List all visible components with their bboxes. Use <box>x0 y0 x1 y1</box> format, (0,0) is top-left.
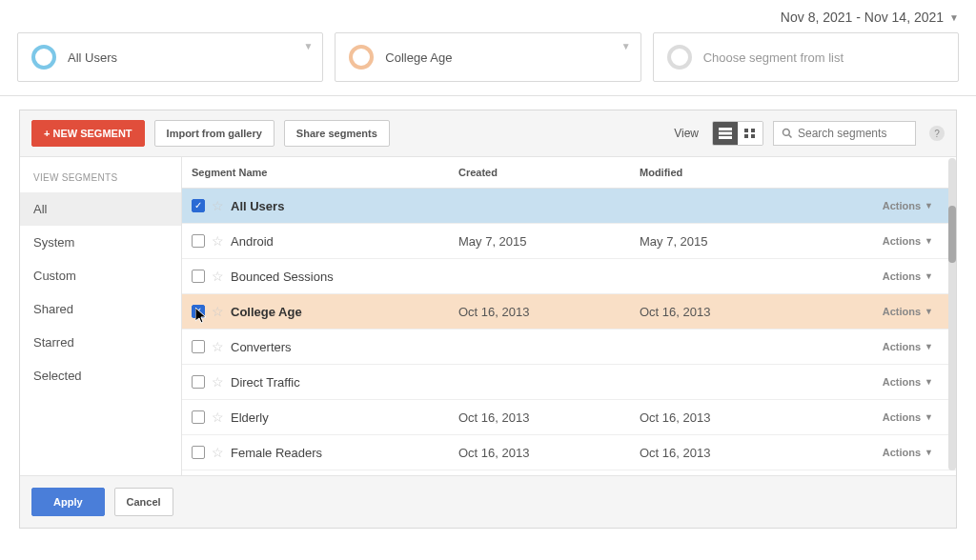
segment-name: Android <box>231 234 274 249</box>
modified-cell <box>630 259 811 293</box>
star-icon[interactable]: ☆ <box>212 445 224 460</box>
star-icon[interactable]: ☆ <box>212 304 224 319</box>
checkbox[interactable] <box>192 410 205 424</box>
sidebar-item-selected[interactable]: Selected <box>20 359 181 392</box>
segment-name: Bounced Sessions <box>231 270 334 284</box>
star-icon[interactable]: ☆ <box>212 198 224 213</box>
sidebar-title: VIEW SEGMENTS <box>20 157 181 192</box>
chevron-down-icon: ▼ <box>925 236 933 246</box>
col-header-name[interactable]: Segment Name <box>182 157 449 188</box>
view-list-button[interactable] <box>713 122 738 145</box>
chevron-down-icon: ▼ <box>303 41 313 51</box>
modified-cell: Oct 16, 2013 <box>630 294 811 329</box>
checkbox[interactable] <box>192 270 205 283</box>
chevron-down-icon: ▼ <box>949 12 959 23</box>
star-icon[interactable]: ☆ <box>212 339 224 354</box>
star-icon[interactable]: ☆ <box>212 374 224 390</box>
sidebar-item-shared[interactable]: Shared <box>20 292 181 326</box>
star-icon[interactable]: ☆ <box>212 269 224 284</box>
svg-rect-0 <box>719 128 732 130</box>
svg-rect-6 <box>751 134 755 138</box>
table-row[interactable]: ☆ All Users Actions▼ <box>182 189 956 224</box>
scrollbar[interactable] <box>948 158 956 470</box>
modified-cell <box>630 470 811 475</box>
apply-button[interactable]: Apply <box>31 488 105 516</box>
col-header-created[interactable]: Created <box>449 157 630 188</box>
svg-rect-4 <box>751 129 755 132</box>
actions-dropdown[interactable]: Actions▼ <box>883 306 933 317</box>
modified-cell <box>630 189 811 223</box>
import-button[interactable]: Import from gallery <box>154 120 274 147</box>
sidebar-item-system[interactable]: System <box>20 226 181 259</box>
created-cell <box>449 330 630 364</box>
star-icon[interactable]: ☆ <box>212 410 224 425</box>
table-row[interactable]: ☆ Bounced Sessions Actions▼ <box>182 259 956 294</box>
checkbox[interactable] <box>192 340 205 353</box>
actions-dropdown[interactable]: Actions▼ <box>883 411 933 423</box>
cancel-button[interactable]: Cancel <box>114 488 173 516</box>
segment-card-all-users[interactable]: All Users ▼ <box>17 32 323 82</box>
table-row[interactable]: ☆ Direct Traffic Actions▼ <box>182 365 956 400</box>
view-label: View <box>674 127 699 140</box>
actions-dropdown[interactable]: Actions▼ <box>883 447 933 458</box>
date-range-picker[interactable]: Nov 8, 2021 - Nov 14, 2021 ▼ <box>17 10 959 32</box>
view-grid-button[interactable] <box>738 122 762 145</box>
sidebar-item-custom[interactable]: Custom <box>20 259 181 292</box>
created-cell <box>449 189 630 223</box>
actions-dropdown[interactable]: Actions▼ <box>883 200 933 211</box>
segment-card-choose[interactable]: Choose segment from list <box>653 32 959 82</box>
created-cell <box>449 259 630 293</box>
col-header-modified[interactable]: Modified <box>630 157 811 188</box>
search-input[interactable] <box>798 127 907 140</box>
checkbox[interactable] <box>192 375 205 389</box>
chevron-down-icon: ▼ <box>925 377 933 387</box>
star-icon[interactable]: ☆ <box>212 233 224 249</box>
created-cell: Oct 16, 2013 <box>449 400 630 434</box>
segment-circle-icon <box>31 45 56 70</box>
search-icon <box>782 128 793 139</box>
table-row[interactable]: ☆ Android May 7, 2015 May 7, 2015 Action… <box>182 224 956 259</box>
modified-cell: Oct 16, 2013 <box>630 435 811 470</box>
modified-cell: Oct 16, 2013 <box>630 400 811 434</box>
segment-card-college-age[interactable]: College Age ▼ <box>335 32 640 82</box>
chevron-down-icon: ▼ <box>925 307 933 316</box>
checkbox[interactable] <box>192 446 205 459</box>
table-row[interactable]: ☆ Converters Actions▼ <box>182 330 956 365</box>
search-box[interactable] <box>773 121 916 146</box>
segments-panel: + NEW SEGMENT Import from gallery Share … <box>19 110 957 529</box>
segment-name: College Age <box>231 305 302 319</box>
chevron-down-icon: ▼ <box>925 342 933 351</box>
sidebar-item-all[interactable]: All <box>20 192 181 226</box>
scrollbar-thumb[interactable] <box>948 206 956 263</box>
checkbox[interactable] <box>192 199 205 212</box>
created-cell: May 7, 2015 <box>449 224 630 258</box>
date-range-text: Nov 8, 2021 - Nov 14, 2021 <box>781 10 944 25</box>
modified-cell: May 7, 2015 <box>630 224 811 258</box>
table-row[interactable]: ☆ Elderly Oct 16, 2013 Oct 16, 2013 Acti… <box>182 400 956 435</box>
segment-name: Elderly <box>231 410 269 425</box>
segment-name: Female Readers <box>231 446 322 460</box>
actions-dropdown[interactable]: Actions▼ <box>883 376 933 388</box>
chevron-down-icon: ▼ <box>925 448 933 457</box>
actions-dropdown[interactable]: Actions▼ <box>883 341 933 352</box>
segment-card-label: College Age <box>385 50 452 65</box>
grid-icon <box>743 128 757 139</box>
actions-dropdown[interactable]: Actions▼ <box>883 235 933 247</box>
table-row[interactable]: ☆ Made a Purchase Actions▼ <box>182 470 956 475</box>
table-row[interactable]: ☆ Female Readers Oct 16, 2013 Oct 16, 20… <box>182 435 956 470</box>
new-segment-button[interactable]: + NEW SEGMENT <box>31 120 145 147</box>
actions-dropdown[interactable]: Actions▼ <box>883 270 933 282</box>
table-row[interactable]: ☆ College Age Oct 16, 2013 Oct 16, 2013 … <box>182 294 956 330</box>
segment-name: All Users <box>231 199 284 213</box>
modified-cell <box>630 330 811 364</box>
share-button[interactable]: Share segments <box>284 120 390 147</box>
sidebar: VIEW SEGMENTS All System Custom Shared S… <box>20 157 182 475</box>
segments-table: Segment Name Created Modified ☆ All User… <box>182 157 956 475</box>
chevron-down-icon: ▼ <box>621 41 631 51</box>
segment-circle-icon <box>667 45 692 70</box>
help-icon[interactable]: ? <box>929 126 945 141</box>
sidebar-item-starred[interactable]: Starred <box>20 326 181 359</box>
checkbox[interactable] <box>192 234 205 248</box>
checkbox[interactable] <box>192 305 205 318</box>
svg-point-7 <box>783 130 790 136</box>
